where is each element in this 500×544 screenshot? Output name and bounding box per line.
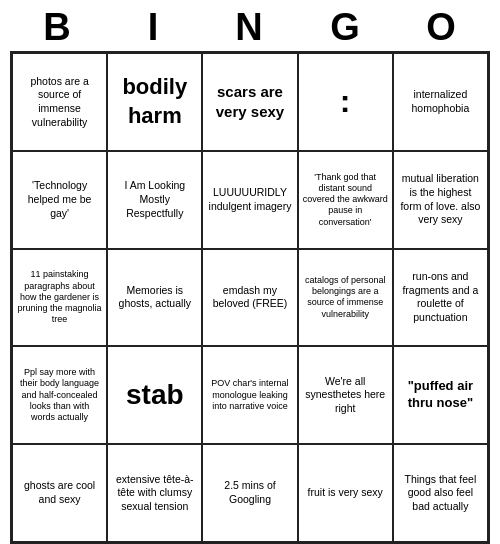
bingo-title: B I N G O: [10, 0, 490, 51]
title-n: N: [207, 6, 293, 49]
cell-10: 11 painstaking paragraphs about how the …: [12, 249, 107, 347]
cell-7: LUUUUURIDLY indulgent imagery: [202, 151, 297, 249]
cell-24: Things that feel good also feel bad actu…: [393, 444, 488, 542]
cell-20: ghosts are cool and sexy: [12, 444, 107, 542]
cell-18: We're all synesthetes here right: [298, 346, 393, 444]
cell-8: 'Thank god that distant sound covered th…: [298, 151, 393, 249]
title-i: I: [111, 6, 197, 49]
cell-0: photos are a source of immense vulnerabi…: [12, 53, 107, 151]
cell-1: bodily harm: [107, 53, 202, 151]
cell-22: 2.5 mins of Googling: [202, 444, 297, 542]
cell-21: extensive tête-à-tête with clumsy sexual…: [107, 444, 202, 542]
cell-5: 'Technology helped me be gay': [12, 151, 107, 249]
cell-16: stab: [107, 346, 202, 444]
title-o: O: [399, 6, 485, 49]
cell-11: Memories is ghosts, actually: [107, 249, 202, 347]
cell-19: "puffed air thru nose": [393, 346, 488, 444]
cell-4: internalized homophobia: [393, 53, 488, 151]
cell-3: :: [298, 53, 393, 151]
cell-2: scars are very sexy: [202, 53, 297, 151]
title-b: B: [15, 6, 101, 49]
cell-12: emdash my beloved (FREE): [202, 249, 297, 347]
title-g: G: [303, 6, 389, 49]
cell-9: mutual liberation is the highest form of…: [393, 151, 488, 249]
cell-14: run-ons and fragments and a roulette of …: [393, 249, 488, 347]
cell-23: fruit is very sexy: [298, 444, 393, 542]
cell-15: Ppl say more with their body language an…: [12, 346, 107, 444]
cell-6: I Am Looking Mostly Respectfully: [107, 151, 202, 249]
cell-17: POV char's internal monologue leaking in…: [202, 346, 297, 444]
bingo-grid: photos are a source of immense vulnerabi…: [10, 51, 490, 544]
cell-13: catalogs of personal belongings are a so…: [298, 249, 393, 347]
